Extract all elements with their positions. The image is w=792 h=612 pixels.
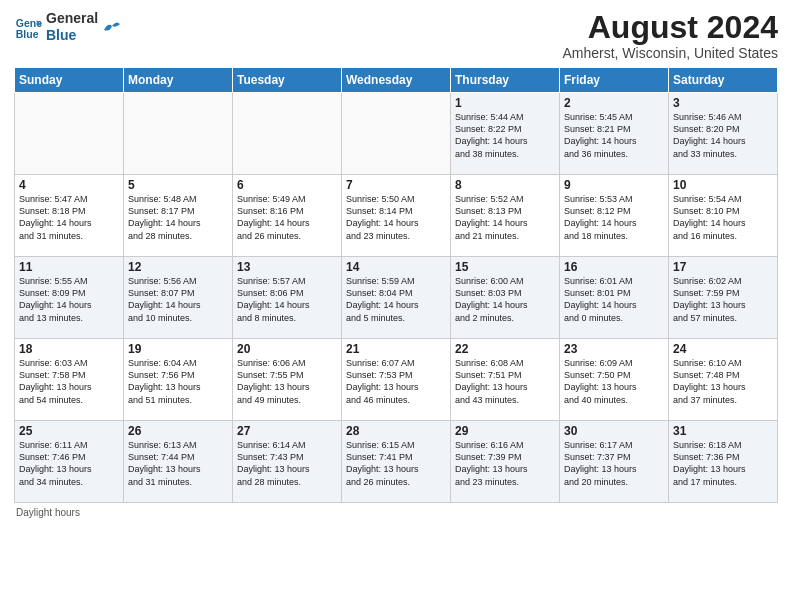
day-info: Sunrise: 5:57 AM Sunset: 8:06 PM Dayligh…	[237, 275, 337, 324]
calendar-cell: 2Sunrise: 5:45 AM Sunset: 8:21 PM Daylig…	[560, 93, 669, 175]
logo: General Blue General Blue	[14, 10, 120, 44]
calendar-cell: 21Sunrise: 6:07 AM Sunset: 7:53 PM Dayli…	[342, 339, 451, 421]
calendar-cell: 17Sunrise: 6:02 AM Sunset: 7:59 PM Dayli…	[669, 257, 778, 339]
calendar-week-row: 11Sunrise: 5:55 AM Sunset: 8:09 PM Dayli…	[15, 257, 778, 339]
day-info: Sunrise: 5:47 AM Sunset: 8:18 PM Dayligh…	[19, 193, 119, 242]
day-info: Sunrise: 5:55 AM Sunset: 8:09 PM Dayligh…	[19, 275, 119, 324]
day-info: Sunrise: 6:08 AM Sunset: 7:51 PM Dayligh…	[455, 357, 555, 406]
calendar-table: SundayMondayTuesdayWednesdayThursdayFrid…	[14, 67, 778, 503]
calendar-cell: 13Sunrise: 5:57 AM Sunset: 8:06 PM Dayli…	[233, 257, 342, 339]
day-info: Sunrise: 5:50 AM Sunset: 8:14 PM Dayligh…	[346, 193, 446, 242]
day-info: Sunrise: 6:02 AM Sunset: 7:59 PM Dayligh…	[673, 275, 773, 324]
calendar-cell: 7Sunrise: 5:50 AM Sunset: 8:14 PM Daylig…	[342, 175, 451, 257]
header: General Blue General Blue August 2024 Am…	[14, 10, 778, 61]
col-header-friday: Friday	[560, 68, 669, 93]
day-number: 27	[237, 424, 337, 438]
calendar-cell: 16Sunrise: 6:01 AM Sunset: 8:01 PM Dayli…	[560, 257, 669, 339]
calendar-cell	[233, 93, 342, 175]
calendar-week-row: 18Sunrise: 6:03 AM Sunset: 7:58 PM Dayli…	[15, 339, 778, 421]
day-number: 5	[128, 178, 228, 192]
day-number: 16	[564, 260, 664, 274]
col-header-saturday: Saturday	[669, 68, 778, 93]
day-number: 13	[237, 260, 337, 274]
calendar-cell: 12Sunrise: 5:56 AM Sunset: 8:07 PM Dayli…	[124, 257, 233, 339]
day-info: Sunrise: 5:54 AM Sunset: 8:10 PM Dayligh…	[673, 193, 773, 242]
calendar-cell	[342, 93, 451, 175]
day-info: Sunrise: 6:18 AM Sunset: 7:36 PM Dayligh…	[673, 439, 773, 488]
logo-bird-icon	[102, 18, 120, 36]
calendar-cell	[124, 93, 233, 175]
day-info: Sunrise: 5:49 AM Sunset: 8:16 PM Dayligh…	[237, 193, 337, 242]
day-number: 30	[564, 424, 664, 438]
calendar-header-row: SundayMondayTuesdayWednesdayThursdayFrid…	[15, 68, 778, 93]
col-header-sunday: Sunday	[15, 68, 124, 93]
day-info: Sunrise: 6:00 AM Sunset: 8:03 PM Dayligh…	[455, 275, 555, 324]
calendar-cell: 23Sunrise: 6:09 AM Sunset: 7:50 PM Dayli…	[560, 339, 669, 421]
calendar-cell: 5Sunrise: 5:48 AM Sunset: 8:17 PM Daylig…	[124, 175, 233, 257]
day-info: Sunrise: 6:10 AM Sunset: 7:48 PM Dayligh…	[673, 357, 773, 406]
day-info: Sunrise: 6:06 AM Sunset: 7:55 PM Dayligh…	[237, 357, 337, 406]
calendar-cell: 6Sunrise: 5:49 AM Sunset: 8:16 PM Daylig…	[233, 175, 342, 257]
calendar-cell: 22Sunrise: 6:08 AM Sunset: 7:51 PM Dayli…	[451, 339, 560, 421]
logo-general: General	[46, 10, 98, 27]
calendar-cell: 10Sunrise: 5:54 AM Sunset: 8:10 PM Dayli…	[669, 175, 778, 257]
day-number: 11	[19, 260, 119, 274]
day-number: 21	[346, 342, 446, 356]
calendar-cell: 26Sunrise: 6:13 AM Sunset: 7:44 PM Dayli…	[124, 421, 233, 503]
col-header-wednesday: Wednesday	[342, 68, 451, 93]
day-number: 6	[237, 178, 337, 192]
day-info: Sunrise: 6:14 AM Sunset: 7:43 PM Dayligh…	[237, 439, 337, 488]
day-info: Sunrise: 5:59 AM Sunset: 8:04 PM Dayligh…	[346, 275, 446, 324]
day-number: 22	[455, 342, 555, 356]
day-number: 3	[673, 96, 773, 110]
col-header-monday: Monday	[124, 68, 233, 93]
day-number: 31	[673, 424, 773, 438]
day-info: Sunrise: 5:45 AM Sunset: 8:21 PM Dayligh…	[564, 111, 664, 160]
calendar-cell: 24Sunrise: 6:10 AM Sunset: 7:48 PM Dayli…	[669, 339, 778, 421]
day-number: 4	[19, 178, 119, 192]
day-number: 9	[564, 178, 664, 192]
calendar-cell: 4Sunrise: 5:47 AM Sunset: 8:18 PM Daylig…	[15, 175, 124, 257]
calendar-cell: 30Sunrise: 6:17 AM Sunset: 7:37 PM Dayli…	[560, 421, 669, 503]
calendar-cell: 11Sunrise: 5:55 AM Sunset: 8:09 PM Dayli…	[15, 257, 124, 339]
calendar-week-row: 25Sunrise: 6:11 AM Sunset: 7:46 PM Dayli…	[15, 421, 778, 503]
day-info: Sunrise: 5:53 AM Sunset: 8:12 PM Dayligh…	[564, 193, 664, 242]
day-number: 7	[346, 178, 446, 192]
day-info: Sunrise: 6:17 AM Sunset: 7:37 PM Dayligh…	[564, 439, 664, 488]
day-number: 18	[19, 342, 119, 356]
day-number: 24	[673, 342, 773, 356]
day-number: 15	[455, 260, 555, 274]
calendar-cell: 27Sunrise: 6:14 AM Sunset: 7:43 PM Dayli…	[233, 421, 342, 503]
calendar-cell: 15Sunrise: 6:00 AM Sunset: 8:03 PM Dayli…	[451, 257, 560, 339]
day-info: Sunrise: 6:04 AM Sunset: 7:56 PM Dayligh…	[128, 357, 228, 406]
day-info: Sunrise: 6:13 AM Sunset: 7:44 PM Dayligh…	[128, 439, 228, 488]
day-number: 19	[128, 342, 228, 356]
calendar-cell: 28Sunrise: 6:15 AM Sunset: 7:41 PM Dayli…	[342, 421, 451, 503]
calendar-cell: 8Sunrise: 5:52 AM Sunset: 8:13 PM Daylig…	[451, 175, 560, 257]
calendar-cell: 31Sunrise: 6:18 AM Sunset: 7:36 PM Dayli…	[669, 421, 778, 503]
calendar-cell: 18Sunrise: 6:03 AM Sunset: 7:58 PM Dayli…	[15, 339, 124, 421]
day-number: 12	[128, 260, 228, 274]
day-info: Sunrise: 5:48 AM Sunset: 8:17 PM Dayligh…	[128, 193, 228, 242]
day-info: Sunrise: 5:44 AM Sunset: 8:22 PM Dayligh…	[455, 111, 555, 160]
col-header-tuesday: Tuesday	[233, 68, 342, 93]
day-number: 26	[128, 424, 228, 438]
day-info: Sunrise: 6:01 AM Sunset: 8:01 PM Dayligh…	[564, 275, 664, 324]
calendar-cell: 3Sunrise: 5:46 AM Sunset: 8:20 PM Daylig…	[669, 93, 778, 175]
day-number: 8	[455, 178, 555, 192]
calendar-cell: 20Sunrise: 6:06 AM Sunset: 7:55 PM Dayli…	[233, 339, 342, 421]
day-info: Sunrise: 6:09 AM Sunset: 7:50 PM Dayligh…	[564, 357, 664, 406]
day-info: Sunrise: 6:07 AM Sunset: 7:53 PM Dayligh…	[346, 357, 446, 406]
logo-blue: Blue	[46, 27, 98, 44]
day-number: 2	[564, 96, 664, 110]
calendar-cell: 25Sunrise: 6:11 AM Sunset: 7:46 PM Dayli…	[15, 421, 124, 503]
calendar-cell: 19Sunrise: 6:04 AM Sunset: 7:56 PM Dayli…	[124, 339, 233, 421]
col-header-thursday: Thursday	[451, 68, 560, 93]
day-number: 14	[346, 260, 446, 274]
svg-text:Blue: Blue	[16, 27, 39, 39]
day-info: Sunrise: 6:16 AM Sunset: 7:39 PM Dayligh…	[455, 439, 555, 488]
day-number: 17	[673, 260, 773, 274]
day-info: Sunrise: 5:52 AM Sunset: 8:13 PM Dayligh…	[455, 193, 555, 242]
calendar-week-row: 1Sunrise: 5:44 AM Sunset: 8:22 PM Daylig…	[15, 93, 778, 175]
day-number: 23	[564, 342, 664, 356]
